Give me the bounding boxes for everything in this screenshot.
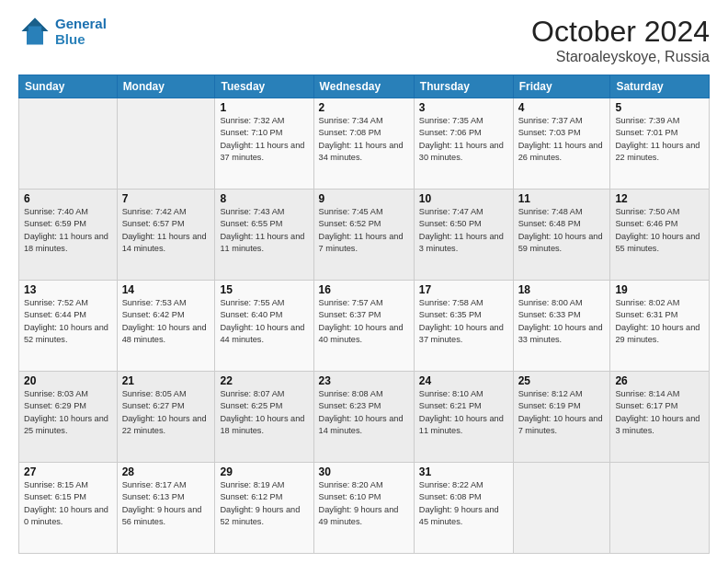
calendar-cell: 24Sunrise: 8:10 AM Sunset: 6:21 PM Dayli…: [414, 372, 513, 463]
day-info: Sunrise: 7:39 AM Sunset: 7:01 PM Dayligh…: [615, 115, 704, 164]
calendar-cell: 4Sunrise: 7:37 AM Sunset: 7:03 PM Daylig…: [513, 98, 610, 190]
day-number: 21: [122, 374, 210, 387]
calendar-cell: 1Sunrise: 7:32 AM Sunset: 7:10 PM Daylig…: [215, 98, 313, 190]
calendar-cell: 5Sunrise: 7:39 AM Sunset: 7:01 PM Daylig…: [610, 98, 710, 190]
day-number: 3: [419, 101, 508, 114]
day-info: Sunrise: 7:50 AM Sunset: 6:46 PM Dayligh…: [615, 206, 704, 255]
calendar-cell: 17Sunrise: 7:58 AM Sunset: 6:35 PM Dayli…: [414, 281, 513, 372]
day-info: Sunrise: 8:20 AM Sunset: 6:10 PM Dayligh…: [319, 479, 409, 528]
calendar-cell: 8Sunrise: 7:43 AM Sunset: 6:55 PM Daylig…: [215, 190, 313, 281]
calendar-week-row: 6Sunrise: 7:40 AM Sunset: 6:59 PM Daylig…: [19, 190, 710, 281]
calendar-cell: 29Sunrise: 8:19 AM Sunset: 6:12 PM Dayli…: [215, 463, 313, 554]
calendar-cell: 13Sunrise: 7:52 AM Sunset: 6:44 PM Dayli…: [19, 281, 118, 372]
calendar-cell: 30Sunrise: 8:20 AM Sunset: 6:10 PM Dayli…: [313, 463, 414, 554]
month-title: October 2024: [531, 15, 710, 49]
day-info: Sunrise: 7:57 AM Sunset: 6:37 PM Dayligh…: [319, 297, 409, 346]
calendar-cell: 26Sunrise: 8:14 AM Sunset: 6:17 PM Dayli…: [610, 372, 710, 463]
day-info: Sunrise: 8:02 AM Sunset: 6:31 PM Dayligh…: [615, 297, 704, 346]
calendar-cell: 21Sunrise: 8:05 AM Sunset: 6:27 PM Dayli…: [117, 372, 215, 463]
day-number: 16: [319, 283, 409, 296]
day-number: 17: [419, 283, 508, 296]
day-number: 22: [220, 374, 308, 387]
day-of-week-header: Wednesday: [313, 75, 414, 98]
calendar-cell: 12Sunrise: 7:50 AM Sunset: 6:46 PM Dayli…: [610, 190, 710, 281]
calendar-cell: 11Sunrise: 7:48 AM Sunset: 6:48 PM Dayli…: [513, 190, 610, 281]
day-number: 20: [24, 374, 112, 387]
day-info: Sunrise: 7:40 AM Sunset: 6:59 PM Dayligh…: [24, 206, 112, 255]
day-number: 8: [220, 192, 308, 205]
calendar-cell: 15Sunrise: 7:55 AM Sunset: 6:40 PM Dayli…: [215, 281, 313, 372]
day-number: 5: [615, 101, 704, 114]
calendar-week-row: 20Sunrise: 8:03 AM Sunset: 6:29 PM Dayli…: [19, 372, 710, 463]
day-info: Sunrise: 7:37 AM Sunset: 7:03 PM Dayligh…: [518, 115, 606, 164]
day-number: 9: [319, 192, 409, 205]
day-number: 14: [122, 283, 210, 296]
day-of-week-header: Saturday: [610, 75, 710, 98]
logo-icon: [18, 15, 51, 48]
calendar-cell: 23Sunrise: 8:08 AM Sunset: 6:23 PM Dayli…: [313, 372, 414, 463]
day-number: 13: [24, 283, 112, 296]
header: General Blue October 2024 Staroaleyskoye…: [18, 15, 710, 65]
day-info: Sunrise: 7:58 AM Sunset: 6:35 PM Dayligh…: [419, 297, 508, 346]
day-info: Sunrise: 8:12 AM Sunset: 6:19 PM Dayligh…: [518, 388, 606, 437]
day-info: Sunrise: 7:32 AM Sunset: 7:10 PM Dayligh…: [220, 115, 308, 164]
day-info: Sunrise: 7:47 AM Sunset: 6:50 PM Dayligh…: [419, 206, 508, 255]
calendar-header-row: SundayMondayTuesdayWednesdayThursdayFrid…: [19, 75, 710, 98]
calendar-cell: 19Sunrise: 8:02 AM Sunset: 6:31 PM Dayli…: [610, 281, 710, 372]
day-info: Sunrise: 7:53 AM Sunset: 6:42 PM Dayligh…: [122, 297, 210, 346]
calendar-cell: 2Sunrise: 7:34 AM Sunset: 7:08 PM Daylig…: [313, 98, 414, 190]
calendar-cell: 28Sunrise: 8:17 AM Sunset: 6:13 PM Dayli…: [117, 463, 215, 554]
day-number: 29: [220, 465, 308, 478]
day-info: Sunrise: 7:43 AM Sunset: 6:55 PM Dayligh…: [220, 206, 308, 255]
calendar-cell: 27Sunrise: 8:15 AM Sunset: 6:15 PM Dayli…: [19, 463, 118, 554]
calendar-cell: [610, 463, 710, 554]
calendar-cell: 18Sunrise: 8:00 AM Sunset: 6:33 PM Dayli…: [513, 281, 610, 372]
day-info: Sunrise: 8:15 AM Sunset: 6:15 PM Dayligh…: [24, 479, 112, 528]
day-number: 24: [419, 374, 508, 387]
day-of-week-header: Thursday: [414, 75, 513, 98]
calendar-cell: 22Sunrise: 8:07 AM Sunset: 6:25 PM Dayli…: [215, 372, 313, 463]
day-info: Sunrise: 7:55 AM Sunset: 6:40 PM Dayligh…: [220, 297, 308, 346]
day-number: 27: [24, 465, 112, 478]
day-number: 15: [220, 283, 308, 296]
day-number: 18: [518, 283, 606, 296]
day-info: Sunrise: 8:14 AM Sunset: 6:17 PM Dayligh…: [615, 388, 704, 437]
day-info: Sunrise: 7:52 AM Sunset: 6:44 PM Dayligh…: [24, 297, 112, 346]
day-number: 12: [615, 192, 704, 205]
calendar-week-row: 27Sunrise: 8:15 AM Sunset: 6:15 PM Dayli…: [19, 463, 710, 554]
logo: General Blue: [18, 15, 107, 48]
calendar-cell: 20Sunrise: 8:03 AM Sunset: 6:29 PM Dayli…: [19, 372, 118, 463]
day-info: Sunrise: 8:19 AM Sunset: 6:12 PM Dayligh…: [220, 479, 308, 528]
day-of-week-header: Tuesday: [215, 75, 313, 98]
day-of-week-header: Sunday: [19, 75, 118, 98]
calendar-cell: 25Sunrise: 8:12 AM Sunset: 6:19 PM Dayli…: [513, 372, 610, 463]
day-info: Sunrise: 7:42 AM Sunset: 6:57 PM Dayligh…: [122, 206, 210, 255]
day-info: Sunrise: 7:45 AM Sunset: 6:52 PM Dayligh…: [319, 206, 409, 255]
calendar-cell: [117, 98, 215, 190]
day-number: 23: [319, 374, 409, 387]
calendar-cell: 7Sunrise: 7:42 AM Sunset: 6:57 PM Daylig…: [117, 190, 215, 281]
day-number: 7: [122, 192, 210, 205]
day-info: Sunrise: 7:34 AM Sunset: 7:08 PM Dayligh…: [319, 115, 409, 164]
day-info: Sunrise: 8:07 AM Sunset: 6:25 PM Dayligh…: [220, 388, 308, 437]
day-info: Sunrise: 7:35 AM Sunset: 7:06 PM Dayligh…: [419, 115, 508, 164]
day-number: 26: [615, 374, 704, 387]
day-number: 31: [419, 465, 508, 478]
day-of-week-header: Friday: [513, 75, 610, 98]
location-title: Staroaleyskoye, Russia: [531, 49, 710, 65]
day-number: 10: [419, 192, 508, 205]
calendar-week-row: 13Sunrise: 7:52 AM Sunset: 6:44 PM Dayli…: [19, 281, 710, 372]
day-number: 25: [518, 374, 606, 387]
day-info: Sunrise: 8:10 AM Sunset: 6:21 PM Dayligh…: [419, 388, 508, 437]
day-of-week-header: Monday: [117, 75, 215, 98]
calendar-cell: [513, 463, 610, 554]
logo-text: General Blue: [55, 16, 107, 47]
day-number: 30: [319, 465, 409, 478]
day-info: Sunrise: 8:22 AM Sunset: 6:08 PM Dayligh…: [419, 479, 508, 528]
day-info: Sunrise: 8:00 AM Sunset: 6:33 PM Dayligh…: [518, 297, 606, 346]
day-info: Sunrise: 8:08 AM Sunset: 6:23 PM Dayligh…: [319, 388, 409, 437]
calendar-cell: 3Sunrise: 7:35 AM Sunset: 7:06 PM Daylig…: [414, 98, 513, 190]
title-block: October 2024 Staroaleyskoye, Russia: [531, 15, 710, 65]
day-number: 6: [24, 192, 112, 205]
calendar-cell: 16Sunrise: 7:57 AM Sunset: 6:37 PM Dayli…: [313, 281, 414, 372]
